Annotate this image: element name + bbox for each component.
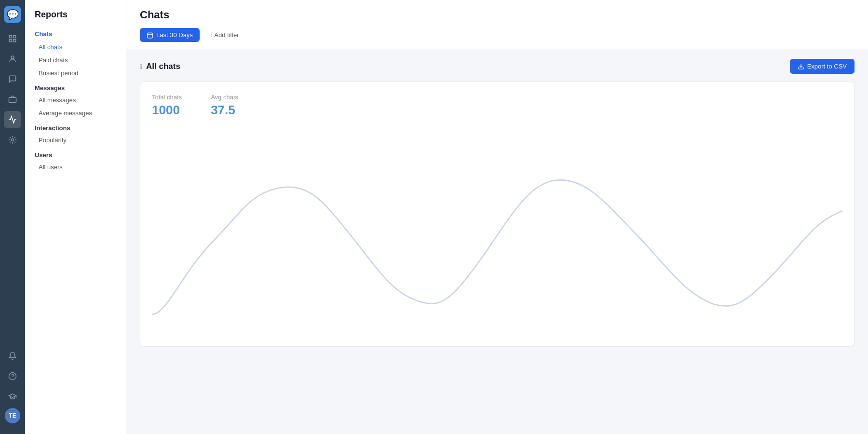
sidebar-item-average-messages[interactable]: Average messages [25, 107, 126, 120]
avg-chats-stat: Avg chats 37.5 [211, 94, 238, 118]
help-icon[interactable] [4, 367, 21, 385]
reports-icon[interactable] [4, 111, 21, 128]
export-csv-button[interactable]: Export to CSV [790, 59, 854, 74]
page-title: Chats [140, 9, 854, 21]
export-icon [798, 63, 804, 70]
brand-icon[interactable]: 💬 [4, 6, 21, 23]
date-filter-button[interactable]: Last 30 Days [140, 28, 200, 42]
svg-rect-3 [14, 40, 16, 42]
sidebar-item-all-chats[interactable]: All chats [25, 41, 126, 54]
section-title-row: ℹ All chats [140, 62, 180, 71]
sidebar-item-paid-chats[interactable]: Paid chats [25, 54, 126, 67]
filter-bar: Last 30 Days + Add filter [140, 28, 854, 42]
stats-row: Total chats 1000 Avg chats 37.5 [152, 94, 842, 118]
info-icon[interactable]: ℹ [140, 63, 142, 70]
total-chats-value: 1000 [152, 103, 182, 118]
add-filter-button[interactable]: + Add filter [204, 28, 244, 42]
sidebar-item-chats[interactable]: Chats [25, 27, 126, 41]
svg-point-6 [12, 139, 14, 141]
line-chart [152, 132, 842, 335]
sidebar-item-all-users[interactable]: All users [25, 161, 126, 174]
chat-icon[interactable] [4, 70, 21, 88]
tickets-icon[interactable] [4, 91, 21, 108]
section-title: All chats [146, 62, 180, 71]
section-header: ℹ All chats Export to CSV [140, 59, 854, 74]
svg-point-4 [11, 56, 14, 59]
sidebar: Reports Chats All chats Paid chats Busie… [25, 0, 126, 434]
sidebar-title: Reports [25, 10, 126, 27]
sidebar-section-users: Users [25, 147, 126, 161]
svg-rect-9 [148, 33, 153, 38]
sidebar-item-all-messages[interactable]: All messages [25, 94, 126, 107]
svg-rect-1 [14, 35, 16, 38]
total-chats-stat: Total chats 1000 [152, 94, 182, 118]
date-filter-label: Last 30 Days [156, 31, 193, 39]
sidebar-item-busiest-period[interactable]: Busiest period [25, 67, 126, 80]
bell-icon[interactable] [4, 347, 21, 365]
home-icon[interactable] [4, 30, 21, 47]
user-avatar[interactable]: TE [5, 408, 20, 423]
svg-rect-5 [9, 97, 16, 103]
integrations-icon[interactable] [4, 131, 21, 149]
sidebar-section-interactions: Interactions [25, 120, 126, 134]
main-content: Chats Last 30 Days + Add filter ℹ All ch… [126, 0, 868, 434]
icon-bar: 💬 TE [0, 0, 25, 434]
content-area: ℹ All chats Export to CSV Total chats 10… [126, 49, 868, 434]
main-header: Chats Last 30 Days + Add filter [126, 0, 868, 49]
sidebar-section-messages: Messages [25, 80, 126, 94]
calendar-icon [147, 32, 153, 39]
icon-bar-top: 💬 [4, 6, 21, 344]
svg-rect-2 [9, 40, 12, 42]
add-filter-label: + Add filter [209, 31, 239, 39]
sidebar-item-popularity[interactable]: Popularity [25, 134, 126, 147]
svg-rect-0 [9, 35, 12, 38]
icon-bar-bottom: TE [4, 347, 21, 423]
graduation-icon[interactable] [4, 388, 21, 405]
chart-container [152, 132, 842, 335]
chart-card: Total chats 1000 Avg chats 37.5 [140, 81, 854, 347]
users-icon[interactable] [4, 50, 21, 68]
avg-chats-label: Avg chats [211, 94, 238, 101]
export-label: Export to CSV [807, 63, 847, 70]
total-chats-label: Total chats [152, 94, 182, 101]
avg-chats-value: 37.5 [211, 103, 238, 118]
